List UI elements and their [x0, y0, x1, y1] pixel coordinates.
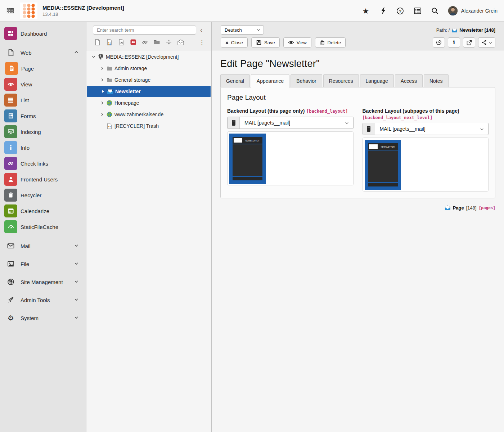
- sidebar-group-label: Mail: [21, 243, 74, 249]
- share-icon: [481, 39, 487, 46]
- rocket-icon: [4, 293, 17, 306]
- apps-grid-icon[interactable]: [0, 0, 20, 22]
- tab-access[interactable]: Access: [395, 74, 423, 87]
- sidebar-group-label: Site Management: [21, 279, 74, 285]
- tree-node-recycler-trash[interactable]: [RECYCLER] Trash: [86, 120, 211, 132]
- page-mountpoint-icon[interactable]: [129, 38, 138, 46]
- open-new-window-button[interactable]: [463, 37, 475, 48]
- user-menu[interactable]: Alexander Grein: [448, 6, 498, 15]
- sidebar-item-page[interactable]: Page: [0, 60, 86, 76]
- system-information-icon[interactable]: [414, 7, 422, 15]
- tree-node-zahmerkaiser[interactable]: www.zahmerkaiser.de: [86, 109, 211, 120]
- help-icon[interactable]: ?: [396, 7, 404, 15]
- layout-preview-box: NEWSLETTER: [227, 131, 354, 185]
- language-select[interactable]: Deutsch: [221, 25, 264, 35]
- backend-layout-next-level-select[interactable]: MAIL [pagets__mail]: [363, 123, 489, 135]
- sidebar-item-label: Page: [21, 66, 82, 72]
- history-icon: [436, 39, 442, 46]
- open-new-window-icon: [466, 40, 472, 46]
- sidebar-item-label: Info: [21, 145, 82, 151]
- collapse-tree-icon[interactable]: ‹: [196, 26, 206, 35]
- sidebar-item-dashboard[interactable]: Dashboard: [0, 26, 86, 41]
- user-icon: [4, 173, 17, 186]
- field-label: Backend Layout (subpages of this page): [363, 108, 459, 114]
- chevron-down-icon[interactable]: [91, 55, 96, 59]
- tree-node-homepage[interactable]: Homepage: [86, 97, 211, 109]
- sidebar-group-label: File: [21, 261, 74, 267]
- tab-notes[interactable]: Notes: [424, 74, 449, 87]
- view-icon: [4, 78, 17, 91]
- chevron-down-icon: [256, 28, 261, 32]
- tab-behavior[interactable]: Behavior: [291, 74, 322, 87]
- sidebar-item-calendarize[interactable]: Calendarize: [0, 203, 86, 219]
- link-icon: [4, 157, 17, 170]
- mail-page-icon: [445, 205, 451, 211]
- page-shortcut-icon[interactable]: [117, 38, 126, 46]
- chevron-right-icon[interactable]: [99, 66, 105, 71]
- sidebar-group-label: Web: [21, 50, 74, 56]
- mail-page-new-icon[interactable]: [176, 38, 185, 46]
- folder-icon[interactable]: [152, 38, 161, 46]
- tab-appearance[interactable]: Appearance: [251, 74, 290, 87]
- record-reference: Page [148] [pages]: [220, 205, 495, 211]
- sidebar-item-label: List: [21, 97, 82, 103]
- share-button[interactable]: [478, 37, 495, 48]
- sidebar-item-info[interactable]: Info: [0, 140, 86, 156]
- sidebar-item-frontend-users[interactable]: Frontend Users: [0, 171, 86, 187]
- flush-cache-bolt-icon[interactable]: [379, 7, 387, 15]
- chevron-right-icon[interactable]: [99, 112, 105, 117]
- app-title: MEDIA::ESSENZ [Development]: [42, 5, 124, 11]
- tab-language[interactable]: Language: [360, 74, 394, 87]
- tree-node-general-storage[interactable]: General storage: [86, 74, 211, 86]
- sidebar-item-staticfilecache[interactable]: StaticFileCache: [0, 219, 86, 235]
- folder-icon: [106, 66, 113, 71]
- page-title: Edit Page "Newsletter": [220, 58, 495, 69]
- tree-node-label: [RECYCLER] Trash: [114, 123, 159, 129]
- web-document-icon: [4, 46, 17, 59]
- save-button[interactable]: Save: [251, 37, 280, 48]
- tab-general[interactable]: General: [220, 74, 250, 87]
- record-type-label: Page: [453, 205, 464, 211]
- sidebar-group-admin-tools[interactable]: Admin Tools: [0, 292, 86, 308]
- sidebar-item-recycler[interactable]: Recycler: [0, 187, 86, 203]
- sidebar-group-mail[interactable]: Mail: [0, 238, 86, 254]
- search-icon[interactable]: [431, 7, 439, 15]
- app-version: 13.4.18: [42, 12, 124, 17]
- chevron-right-icon[interactable]: [99, 78, 105, 82]
- page-tree-toolbar: ‹: [86, 22, 211, 50]
- sidebar-item-indexing[interactable]: Indexing: [0, 124, 86, 140]
- page-users-icon: [106, 123, 113, 129]
- view-button[interactable]: View: [283, 37, 311, 48]
- close-button[interactable]: × Close: [221, 37, 248, 48]
- backend-layout-next-level-select-value: MAIL [pagets__mail]: [375, 126, 480, 132]
- delete-button[interactable]: Delete: [315, 37, 346, 48]
- page-backend-users-icon[interactable]: [105, 38, 114, 46]
- sidebar-group-system[interactable]: ⚙ System: [0, 310, 86, 326]
- new-page-icon[interactable]: [93, 38, 102, 46]
- history-button[interactable]: [433, 37, 445, 48]
- sidebar-item-view[interactable]: View: [0, 76, 86, 92]
- chevron-right-filled-icon[interactable]: [100, 89, 106, 94]
- sidebar-item-check-links[interactable]: Check links: [0, 156, 86, 171]
- chevron-right-icon[interactable]: [99, 101, 105, 105]
- sidebar-group-site-management[interactable]: Site Management: [0, 274, 86, 290]
- sidebar-item-list[interactable]: List: [0, 92, 86, 108]
- tree-node-newsletter[interactable]: Newsletter: [87, 86, 211, 97]
- tree-search-input[interactable]: [93, 26, 196, 35]
- tab-resources[interactable]: Resources: [323, 74, 359, 87]
- module-content: Deutsch Path: / Newsletter [148] × Close: [212, 22, 504, 432]
- sidebar-item-forms[interactable]: Forms: [0, 108, 86, 124]
- backend-layout-select[interactable]: MAIL [pagets__mail]: [227, 117, 354, 129]
- tree-more-menu-icon[interactable]: ⋮: [198, 38, 206, 46]
- tree-node-admin-storage[interactable]: Admin storage: [86, 63, 211, 74]
- tree-node-root[interactable]: MEDIA::ESSENZ [Development]: [86, 51, 211, 63]
- bookmark-star-icon[interactable]: ★: [362, 7, 370, 15]
- info-button[interactable]: i: [448, 37, 460, 48]
- globe-icon: [4, 275, 17, 288]
- sidebar-group-file[interactable]: File: [0, 256, 86, 272]
- page-link-icon[interactable]: [140, 38, 149, 46]
- save-floppy-icon: [256, 40, 262, 45]
- sidebar-group-web[interactable]: Web: [0, 45, 86, 60]
- divider-page-icon[interactable]: [164, 38, 173, 46]
- record-table: [pages]: [479, 206, 495, 210]
